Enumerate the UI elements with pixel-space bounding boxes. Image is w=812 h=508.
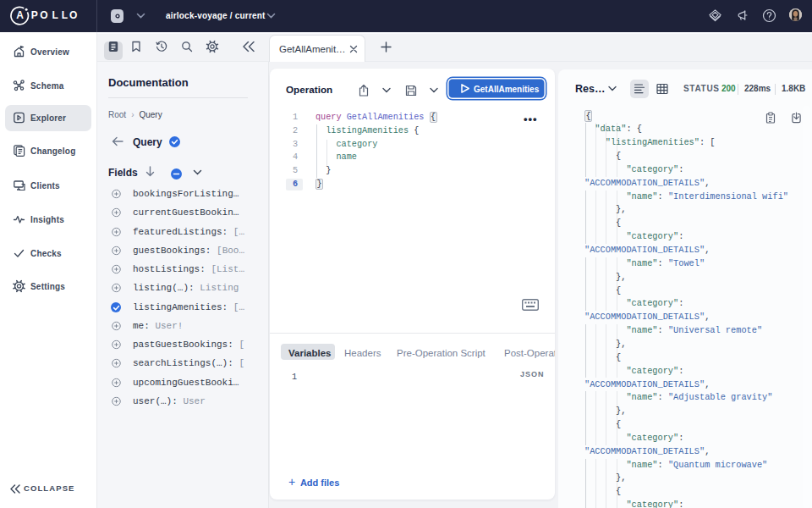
svg-text:L: L [62,9,68,21]
svg-text:O: O [40,9,47,21]
svg-text:P: P [31,9,38,21]
svg-text:O: O [69,9,77,21]
svg-text:A: A [16,9,24,21]
svg-text:L: L [52,9,58,21]
